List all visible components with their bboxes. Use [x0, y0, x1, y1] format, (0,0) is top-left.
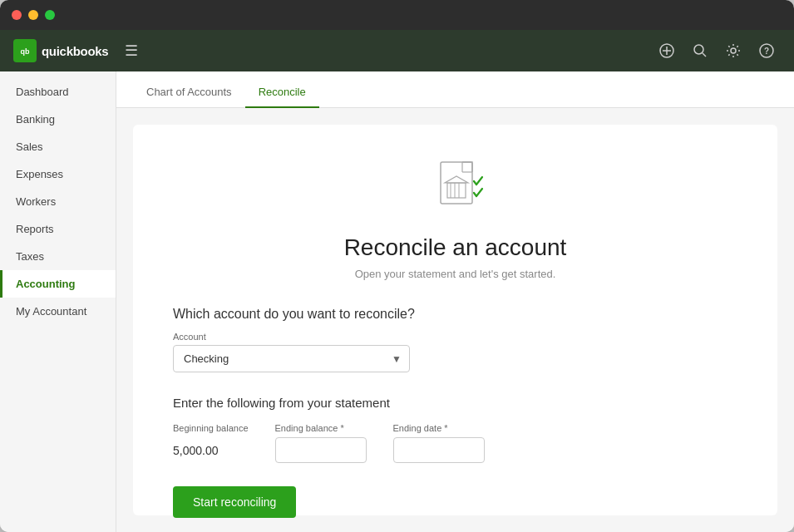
- add-icon: [659, 43, 674, 58]
- sidebar-item-sales[interactable]: Sales: [0, 133, 116, 160]
- gear-icon: [726, 43, 741, 58]
- bank-icon-container: [173, 158, 737, 219]
- svg-point-7: [731, 48, 736, 53]
- quickbooks-logo-icon: qb: [16, 42, 34, 60]
- title-bar: [0, 0, 794, 30]
- sidebar-item-expenses[interactable]: Expenses: [0, 160, 116, 188]
- sidebar-item-dashboard[interactable]: Dashboard: [0, 78, 116, 106]
- traffic-lights: [12, 10, 55, 20]
- ending-balance-field: Ending balance *: [275, 423, 367, 463]
- logo[interactable]: qb quickbooks: [13, 39, 108, 62]
- beginning-balance-field: Beginning balance 5,000.00: [173, 423, 249, 457]
- help-icon: ?: [759, 43, 774, 58]
- hamburger-menu[interactable]: ☰: [121, 38, 141, 63]
- tab-chart-of-accounts[interactable]: Chart of Accounts: [133, 77, 245, 108]
- logo-icon: qb: [13, 39, 37, 62]
- main-layout: Dashboard Banking Sales Expenses Workers…: [0, 71, 794, 532]
- app-window: qb quickbooks ☰: [0, 0, 794, 532]
- page-subtitle: Open your statement and let's get starte…: [173, 268, 737, 280]
- logo-text: quickbooks: [42, 44, 108, 58]
- tab-bar: Chart of Accounts Reconcile: [116, 71, 794, 108]
- account-section: Which account do you want to reconcile? …: [173, 307, 737, 372]
- minimize-button[interactable]: [28, 10, 38, 20]
- svg-text:?: ?: [764, 47, 769, 56]
- close-button[interactable]: [12, 10, 22, 20]
- beginning-balance-value: 5,000.00: [173, 437, 249, 457]
- svg-marker-17: [445, 176, 468, 183]
- search-icon: [693, 43, 708, 58]
- svg-rect-13: [447, 183, 466, 198]
- bank-icon: [422, 158, 489, 216]
- sidebar: Dashboard Banking Sales Expenses Workers…: [0, 71, 116, 532]
- maximize-button[interactable]: [45, 10, 55, 20]
- sidebar-item-banking[interactable]: Banking: [0, 106, 116, 133]
- ending-balance-input[interactable]: [275, 437, 367, 463]
- account-label: Account: [173, 332, 737, 342]
- sidebar-item-my-accountant[interactable]: My Accountant: [0, 298, 116, 325]
- ending-date-label: Ending date *: [393, 423, 485, 433]
- help-button[interactable]: ?: [752, 37, 781, 65]
- beginning-balance-label: Beginning balance: [173, 423, 249, 433]
- start-reconciling-button[interactable]: Start reconciling: [173, 486, 296, 518]
- tab-reconcile[interactable]: Reconcile: [245, 77, 319, 108]
- account-select[interactable]: Checking Savings Business Checking: [173, 345, 410, 372]
- main-content: Reconcile an account Open your statement…: [116, 108, 794, 532]
- navbar-left: qb quickbooks ☰: [13, 38, 141, 63]
- svg-line-6: [703, 53, 706, 57]
- svg-point-5: [694, 45, 703, 54]
- sidebar-item-taxes[interactable]: Taxes: [0, 243, 116, 270]
- account-question: Which account do you want to reconcile?: [173, 307, 737, 322]
- statement-section: Enter the following from your statement …: [173, 396, 737, 463]
- search-button[interactable]: [686, 37, 714, 65]
- sidebar-item-accounting[interactable]: Accounting: [0, 270, 116, 298]
- sidebar-item-reports[interactable]: Reports: [0, 215, 116, 243]
- ending-balance-label: Ending balance *: [275, 423, 367, 433]
- ending-date-input[interactable]: [393, 437, 485, 463]
- svg-text:qb: qb: [21, 47, 30, 56]
- settings-button[interactable]: [719, 37, 747, 65]
- account-select-wrapper: Checking Savings Business Checking ▼: [173, 345, 410, 372]
- balance-row: Beginning balance 5,000.00 Ending balanc…: [173, 423, 737, 463]
- ending-date-field: Ending date *: [393, 423, 485, 463]
- page-title: Reconcile an account: [173, 234, 737, 261]
- content-area: Chart of Accounts Reconcile: [116, 71, 794, 532]
- reconcile-card: Reconcile an account Open your statement…: [133, 125, 777, 515]
- navbar: qb quickbooks ☰: [0, 30, 794, 71]
- add-button[interactable]: [653, 37, 681, 65]
- sidebar-item-workers[interactable]: Workers: [0, 188, 116, 215]
- statement-title: Enter the following from your statement: [173, 396, 737, 410]
- navbar-right: ?: [653, 37, 781, 65]
